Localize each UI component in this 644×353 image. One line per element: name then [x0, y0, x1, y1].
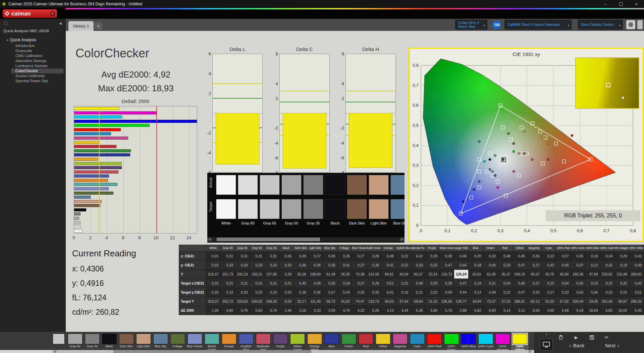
tree-expander-icon[interactable]: ▾ [7, 38, 8, 42]
column-header-dark-skin: Dark Skin [293, 245, 308, 252]
palette-item-purple[interactable]: Purple [272, 332, 289, 350]
save-button[interactable] [587, 334, 596, 341]
floppy-icon [590, 335, 594, 340]
palette-item-foliage[interactable]: Foliage [169, 332, 186, 350]
sidebar-item-screen-uniformity[interactable]: Screen Uniformity [11, 73, 63, 79]
axis-tick-label: -2 [274, 125, 278, 131]
table-cell: 0,22 [541, 279, 556, 288]
axis-tick-label: 2 [342, 96, 344, 101]
palette-label: Light Skin [137, 345, 150, 348]
settings-button[interactable] [626, 20, 635, 29]
palette-item-100-magenta[interactable]: 100% Magenta [494, 332, 511, 350]
palette-partial-swatch[interactable] [53, 334, 65, 344]
scroll-track[interactable] [212, 237, 400, 242]
palette-item-magenta[interactable]: Magenta [391, 332, 409, 350]
back-button[interactable]: « Back [569, 343, 584, 348]
palette-item-100-cyan[interactable]: 100% Cyan [477, 332, 494, 350]
meter-dropdown[interactable]: X-Rite i1Pro 3 Direct View ▼ [455, 20, 487, 30]
palette-item-red[interactable]: Red [357, 332, 374, 350]
minimize-button[interactable]: – [598, 0, 613, 8]
palette-swatch [393, 334, 408, 344]
collapse-sidebar-icon[interactable]: ◀ [59, 21, 62, 25]
sidebar-root-node[interactable]: ▾Quick Analysis [7, 38, 36, 42]
actual-row-label: Actual [209, 178, 213, 188]
palette-item-gray-50[interactable]: Gray 50 [66, 332, 84, 350]
svg-text:0,2: 0,2 [413, 183, 419, 188]
palette-item-cyan[interactable]: Cyan [409, 332, 426, 350]
display-control-dropdown[interactable]: Direct Display Control ▼ [578, 20, 623, 30]
scroll-thumb[interactable] [217, 238, 320, 241]
palette-item-purplish-blue[interactable]: Purplish Blue [237, 332, 255, 350]
palette-item-100-blue[interactable]: 100% Blue [460, 332, 477, 350]
palette-item-blue-sky[interactable]: Blue Sky [152, 332, 169, 350]
palette-item-100-red[interactable]: 100% Red [426, 332, 443, 350]
calman-menu-button[interactable]: calman ▼ [3, 9, 57, 18]
pattern-generator-dropdown[interactable]: CalMAN Client 3 Pattern Generator ▼ [504, 20, 572, 30]
continuous-measure-button[interactable]: ∞ [602, 334, 611, 341]
scroll-right-icon[interactable]: ► [400, 237, 405, 242]
deltae-bar-red [74, 145, 116, 148]
clear-data-button[interactable] [556, 334, 566, 341]
sidebar-item-spectral-power-dist[interactable]: Spectral Power Dist. [11, 79, 63, 84]
expand-panel-button[interactable]: ∧ [543, 332, 550, 337]
maximize-button[interactable]: ☐ [613, 0, 629, 8]
table-cell: 0,28 [322, 261, 337, 270]
scroll-thumb[interactable] [113, 350, 311, 353]
table-cell: 61,49 [322, 270, 337, 279]
deltae-bar-purple [74, 166, 122, 169]
palette-item-yellow[interactable]: Yellow [374, 332, 391, 350]
palette-item-blue[interactable]: Blue [323, 332, 340, 350]
sidebar-item-colorchecker[interactable]: ColorChecker [11, 68, 63, 73]
read-series-button[interactable]: ▶ [572, 334, 581, 341]
add-tab-button[interactable]: + [95, 22, 102, 30]
column-header-magenta: Magenta [527, 245, 541, 252]
palette-item-gray-35[interactable]: Gray 35 [84, 332, 101, 350]
next-button[interactable]: Next » [605, 343, 620, 348]
scroll-track[interactable] [57, 350, 528, 353]
column-header-black: Black [279, 245, 293, 252]
display-preview-button[interactable] [540, 339, 553, 351]
palette-label: Blue [328, 345, 334, 348]
axis-tick-label: 12 [170, 235, 175, 240]
palette-item-100-yellow[interactable]: 100% Yellow [511, 332, 528, 350]
palette-item-orange-yellow[interactable]: Orange Yellow [306, 332, 323, 350]
scroll-left-icon[interactable]: ◄ [207, 237, 212, 242]
sidebar-item-introduction[interactable]: Introduction [11, 43, 63, 48]
palette-scrollbar[interactable]: ◄ ► [53, 350, 532, 353]
scroll-left-icon[interactable]: ◄ [53, 350, 57, 353]
palette-item-orange[interactable]: Orange [220, 332, 237, 350]
palette-label: Moderate Red [255, 345, 272, 350]
palette-item-green[interactable]: Green [340, 332, 357, 350]
table-cell: 9,18 [571, 306, 585, 315]
palette-item-light-skin[interactable]: Light Skin [135, 332, 152, 350]
tab-history-1[interactable]: History 1 [68, 21, 94, 31]
palette-item-bluish-green[interactable]: Bluish Green [203, 332, 220, 350]
palette-item-yellow-green[interactable]: Yellow Green [289, 332, 306, 350]
palette-item-moderate-red[interactable]: Moderate Red [255, 332, 272, 350]
palette-label: 100% Green [443, 345, 460, 350]
sidebar-item-luminance-sweeps[interactable]: Luminance Sweeps [11, 63, 63, 68]
close-button[interactable]: × [629, 0, 644, 8]
palette-item-blue-flower[interactable]: Blue Flower [186, 332, 203, 350]
table-cell: 0,12 [585, 261, 600, 270]
table-cell: 0,31 [235, 252, 250, 261]
swatch-scrollbar[interactable]: ◄ ► [207, 237, 405, 242]
palette-swatch [478, 334, 493, 344]
workspace-edge-button[interactable] [637, 20, 643, 29]
palette-item-100-green[interactable]: 100% Green [443, 332, 460, 350]
table-cell: 0,25 [322, 279, 337, 288]
meter-line2: Direct View [458, 25, 482, 29]
sidebar-item-grayscale[interactable]: Grayscale [11, 48, 63, 53]
palette-label: Magenta [394, 345, 406, 348]
scroll-right-icon[interactable]: ► [528, 350, 532, 353]
palette-item-dark-skin[interactable]: Dark Skin [118, 332, 135, 350]
table-row: x: CIE310,310,310,310,310,310,260,390,37… [179, 252, 644, 261]
swatch-label: Dark Skin [349, 221, 365, 225]
swatch-column-gray-65: Gray 65 [260, 175, 280, 225]
table-cell: 4,13 [381, 306, 395, 315]
sidebar-item-saturation-sweeps[interactable]: Saturation Sweeps [11, 58, 63, 63]
sidebar-item-cms-calibration[interactable]: CMS Calibration [11, 53, 63, 58]
palette-item-black[interactable]: Black [101, 332, 118, 350]
palette-swatch [222, 334, 236, 344]
axis-tick-label: 4 [105, 235, 108, 240]
